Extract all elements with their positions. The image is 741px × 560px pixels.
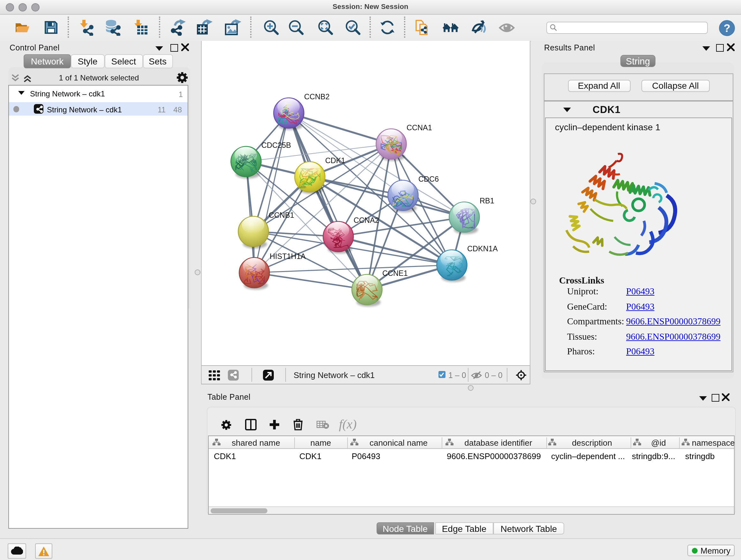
svg-text:CDC6: CDC6 [418,175,439,183]
svg-text:CCNA1: CCNA1 [407,123,432,132]
svg-text:CDKN1A: CDKN1A [467,244,498,253]
svg-text:CCNA2: CCNA2 [354,216,379,224]
svg-text:CCNE1: CCNE1 [382,269,408,277]
svg-text:?: ? [724,22,730,34]
svg-text:CCNB1: CCNB1 [269,211,294,219]
svg-text:HIST1H1A: HIST1H1A [270,252,306,260]
svg-text:CDC25B: CDC25B [261,141,291,149]
svg-text:CDK1: CDK1 [325,156,345,165]
svg-text:CCNB2: CCNB2 [304,92,330,101]
svg-text:RB1: RB1 [480,196,494,205]
